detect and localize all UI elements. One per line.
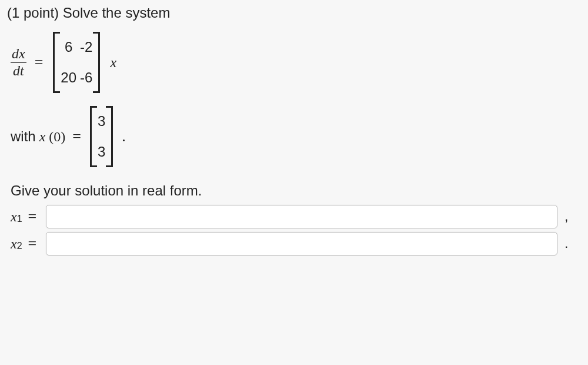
x1-var: x: [11, 209, 17, 225]
matrix-body: 6 -2 20 -6: [57, 32, 96, 93]
with-prefix: with: [11, 128, 36, 145]
matrix-cell-r2c2: -6: [80, 69, 92, 86]
points-label: (1 point): [7, 5, 63, 21]
dx-dt-fraction: dx dt: [11, 47, 26, 78]
x2-subscript: 2: [17, 241, 22, 251]
x2-trail: .: [564, 236, 568, 251]
instruction-text: Give your solution in real form.: [11, 182, 581, 199]
equals-sign: =: [31, 54, 47, 71]
x1-label: x1 =: [11, 208, 40, 225]
vector-cell-r1: 3: [98, 113, 105, 130]
x1-input[interactable]: [46, 205, 557, 228]
fraction-numerator: dx: [11, 47, 26, 62]
ic-arg: (0): [49, 129, 65, 145]
state-vector-x: x: [110, 55, 116, 71]
equals-sign: =: [69, 128, 85, 145]
x1-trail: ,: [564, 209, 568, 224]
x2-input[interactable]: [46, 232, 557, 256]
x1-subscript: 1: [17, 214, 22, 224]
vector-body: 3 3: [94, 106, 109, 167]
bracket-right-icon: [109, 106, 115, 167]
fraction-denominator: dt: [12, 63, 25, 78]
answer-row-x2: x2 = .: [11, 232, 581, 256]
initial-vector: 3 3: [88, 106, 115, 167]
initial-condition: with x(0) = 3 3 .: [11, 106, 581, 167]
equals-sign: =: [22, 235, 41, 253]
bracket-left-icon: [88, 106, 94, 167]
vector-cell-r2: 3: [98, 144, 105, 160]
x2-label: x2 =: [11, 235, 40, 253]
matrix-cell-r1c1: 6: [61, 39, 76, 55]
problem-heading: (1 point) Solve the system: [7, 5, 581, 21]
coefficient-matrix: 6 -2 20 -6: [51, 32, 102, 93]
matrix-cell-r1c2: -2: [80, 39, 92, 55]
x2-var: x: [11, 236, 17, 252]
bracket-right-icon: [96, 32, 102, 93]
bracket-left-icon: [51, 32, 57, 93]
heading-text: Solve the system: [63, 5, 171, 21]
equals-sign: =: [22, 208, 41, 225]
ic-suffix: .: [122, 128, 126, 145]
matrix-cell-r2c1: 20: [61, 69, 76, 86]
ode-equation: dx dt = 6 -2 20 -6 x: [11, 32, 581, 93]
ic-var: x: [39, 129, 46, 145]
answer-row-x1: x1 = ,: [11, 205, 581, 228]
